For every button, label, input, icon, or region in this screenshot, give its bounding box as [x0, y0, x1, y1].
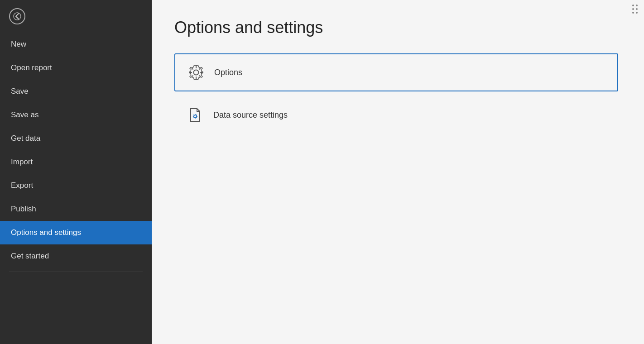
- sidebar-item-get-started[interactable]: Get started: [0, 244, 152, 268]
- sidebar: New Open report Save Save as Get data Im…: [0, 0, 152, 344]
- sidebar-item-publish[interactable]: Publish: [0, 197, 152, 221]
- dot: [636, 5, 638, 6]
- more-options-dots[interactable]: [632, 5, 638, 14]
- data-source-settings-card[interactable]: Data source settings: [174, 97, 618, 133]
- back-button[interactable]: [0, 0, 152, 33]
- dot: [632, 8, 634, 10]
- page-title: Options and settings: [174, 18, 621, 37]
- main-content: Options and settings Options: [152, 0, 644, 344]
- sidebar-item-get-data[interactable]: Get data: [0, 127, 152, 150]
- gear-icon: [186, 62, 206, 82]
- dot: [632, 5, 634, 6]
- data-source-icon: [185, 105, 205, 125]
- sidebar-nav: New Open report Save Save as Get data Im…: [0, 33, 152, 344]
- sidebar-item-import[interactable]: Import: [0, 150, 152, 174]
- sidebar-item-export[interactable]: Export: [0, 174, 152, 197]
- options-label: Options: [214, 68, 242, 77]
- dot: [632, 12, 634, 14]
- sidebar-item-save[interactable]: Save: [0, 80, 152, 103]
- back-icon: [9, 8, 25, 24]
- options-card[interactable]: Options: [174, 53, 618, 91]
- sidebar-item-options-and-settings[interactable]: Options and settings: [0, 221, 152, 244]
- data-source-settings-label: Data source settings: [213, 110, 288, 120]
- sidebar-item-save-as[interactable]: Save as: [0, 103, 152, 127]
- dot: [636, 12, 638, 14]
- sidebar-divider: [9, 272, 143, 272]
- sidebar-item-new[interactable]: New: [0, 33, 152, 56]
- sidebar-item-open-report[interactable]: Open report: [0, 56, 152, 80]
- dot: [636, 8, 638, 10]
- svg-point-0: [14, 13, 21, 20]
- svg-point-1: [194, 70, 199, 75]
